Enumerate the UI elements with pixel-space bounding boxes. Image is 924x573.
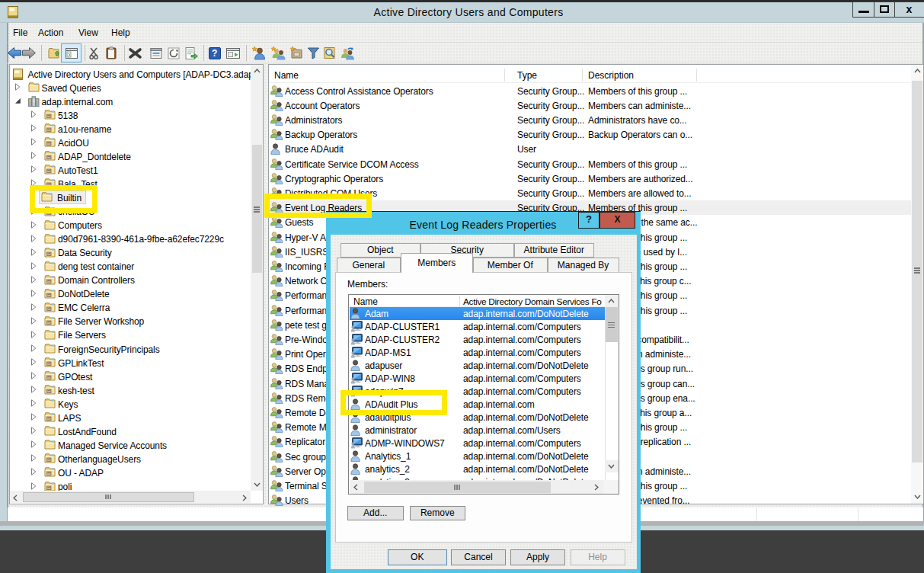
svg-text:?: ? (212, 48, 217, 59)
